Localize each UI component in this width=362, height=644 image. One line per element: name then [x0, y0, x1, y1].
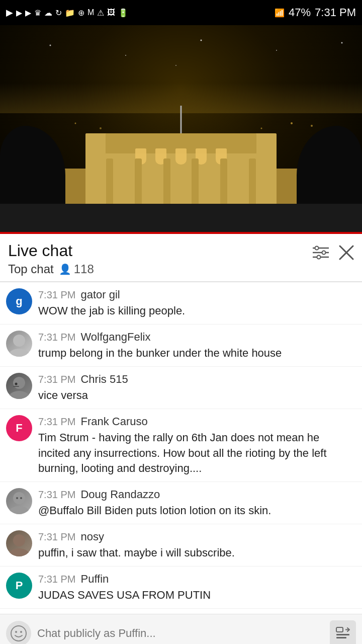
live-chat-header: Live chat Top chat 👤 118	[0, 234, 362, 282]
video-frame	[0, 25, 362, 234]
message-meta: 7:31 PM Puffin	[38, 573, 354, 586]
message-text: JUDAS SAVES USA FROM PUTIN	[38, 589, 211, 601]
svg-point-34	[9, 548, 29, 556]
video-progress-bar[interactable]	[0, 232, 362, 234]
avatar-image	[6, 373, 32, 399]
chat-text-input[interactable]	[37, 627, 324, 640]
chat-input-bar	[0, 614, 362, 644]
wh-column	[106, 158, 113, 204]
ground	[0, 204, 362, 234]
svg-point-25	[13, 377, 25, 389]
message-author: Chris 515	[80, 373, 128, 386]
message-text: puffin, i saw that. maybe i will subscri…	[38, 546, 235, 559]
message-meta: 7:31 PM nosy	[38, 530, 354, 543]
message-text: @Buffalo Bill Biden puts lotion lotion o…	[38, 504, 271, 517]
svg-rect-40	[336, 637, 346, 638]
folder-icon: 📁	[65, 8, 75, 18]
message-meta: 7:31 PM Chris 515	[38, 373, 354, 386]
status-info-right: 📶 47% 7:31 PM	[275, 6, 356, 19]
avatar: P	[6, 573, 32, 599]
image-icon: 🖼	[107, 8, 115, 17]
message-content: 7:31 PM WolfgangFelix trump belong in th…	[38, 331, 354, 361]
message-content: 7:31 PM gator gil WOW the jab is killing…	[38, 288, 354, 319]
message-meta: 7:31 PM Frank Caruso	[38, 415, 354, 428]
message-text: Tim Strum - having the rally on 6th Jan …	[38, 431, 327, 475]
avatar: F	[6, 415, 32, 441]
wh-column	[249, 158, 256, 204]
message-author: Puffin	[80, 573, 109, 586]
white-house-building	[60, 103, 302, 204]
message-meta: 7:31 PM Doug Randazzo	[38, 488, 354, 501]
svg-point-9	[201, 40, 202, 41]
svg-point-3	[311, 125, 313, 127]
svg-point-27	[15, 382, 18, 385]
wh-column	[163, 158, 170, 204]
status-icons-left: ▶ ▶ ▶ ♛ ☁ ↻ 📁 ⊕ M ⚠ 🖼 🔋	[6, 7, 128, 18]
pokeball-icon: ⊕	[78, 8, 84, 18]
svg-point-19	[322, 251, 326, 255]
viewer-count: 👤 118	[59, 262, 94, 276]
svg-point-29	[13, 492, 25, 504]
chat-message: P 7:31 PM Puffin JUDAS SAVES USA FROM PU…	[0, 567, 362, 609]
wh-column	[192, 158, 199, 204]
wh-columns	[96, 153, 266, 204]
svg-point-31	[16, 497, 18, 499]
svg-point-10	[276, 50, 277, 51]
live-chat-title: Live chat	[8, 241, 94, 260]
chat-message: 7:31 PM nosy puffin, i saw that. maybe i…	[0, 524, 362, 567]
message-time: 7:31 PM	[38, 332, 75, 343]
wifi-icon: 📶	[275, 8, 285, 18]
svg-point-36	[15, 631, 17, 633]
chat-message: g 7:31 PM gator gil WOW the jab is killi…	[0, 282, 362, 325]
message-time: 7:31 PM	[38, 416, 75, 428]
play-icon: ▶	[6, 7, 13, 18]
svg-point-26	[9, 391, 29, 399]
chat-message: 7:31 PM WolfgangFelix trump belong in th…	[0, 325, 362, 367]
avatar-letter: F	[16, 422, 22, 435]
avatar-image	[6, 488, 32, 514]
message-content: 7:31 PM Doug Randazzo @Buffalo Bill Bide…	[38, 488, 354, 519]
svg-point-18	[315, 247, 319, 250]
message-time: 7:31 PM	[38, 489, 75, 501]
top-chat-row: Top chat 👤 118	[8, 262, 94, 276]
viewer-number: 118	[74, 262, 94, 276]
message-author: Frank Caruso	[80, 415, 147, 428]
message-author: nosy	[80, 530, 104, 543]
status-bar: ▶ ▶ ▶ ♛ ☁ ↻ 📁 ⊕ M ⚠ 🖼 🔋 📶 47% 7:31 PM	[0, 0, 362, 25]
video-player[interactable]	[0, 25, 362, 234]
chat-messages-list: g 7:31 PM gator gil WOW the jab is killi…	[0, 282, 362, 613]
send-button[interactable]	[330, 620, 356, 644]
svg-point-7	[50, 45, 51, 46]
wh-column	[220, 158, 227, 204]
svg-point-37	[20, 631, 22, 633]
svg-point-32	[20, 497, 22, 499]
youtube-icon2: ▶	[25, 8, 31, 18]
battery-percent: 47%	[289, 6, 311, 19]
svg-point-8	[125, 55, 126, 56]
message-text: WOW the jab is killing people.	[38, 304, 185, 317]
svg-point-20	[317, 256, 321, 259]
chat-message: 7:31 PM Chris 515 vice versa	[0, 367, 362, 409]
message-author: gator gil	[80, 288, 120, 301]
message-meta: 7:31 PM gator gil	[38, 288, 354, 301]
top-chat-label: Top chat	[8, 262, 54, 276]
filter-button[interactable]	[313, 246, 329, 263]
message-time: 7:31 PM	[38, 531, 75, 543]
avatar-image	[6, 530, 32, 556]
avatar	[6, 488, 32, 514]
message-author: Doug Randazzo	[80, 488, 160, 501]
svg-point-23	[13, 335, 25, 347]
avatar-letter: g	[16, 295, 22, 308]
message-text: vice versa	[38, 389, 88, 401]
avatar-image	[6, 331, 32, 357]
youtube-icon: ▶	[16, 8, 22, 18]
message-text: trump belong in the bunker under the whi…	[38, 347, 282, 359]
svg-rect-39	[336, 634, 349, 635]
svg-rect-28	[13, 386, 19, 387]
cloud-icon: ☁	[44, 8, 52, 18]
message-content: 7:31 PM Chris 515 vice versa	[38, 373, 354, 404]
emoji-button[interactable]	[6, 621, 31, 644]
svg-point-33	[13, 534, 25, 546]
avatar: g	[6, 288, 32, 314]
close-button[interactable]	[339, 245, 354, 264]
